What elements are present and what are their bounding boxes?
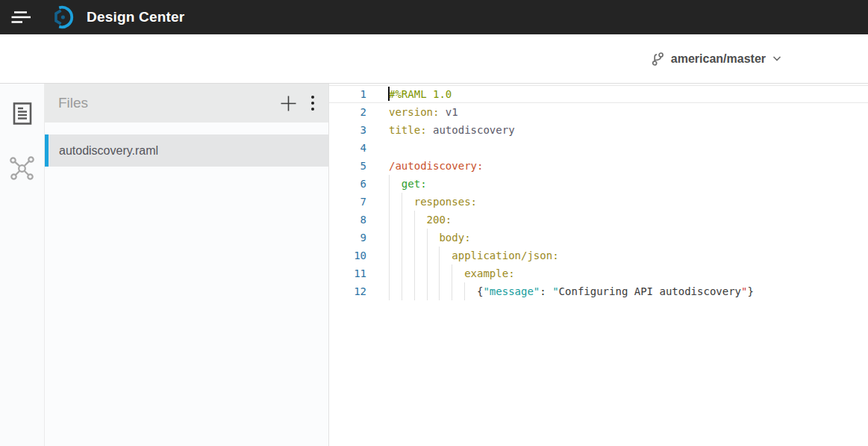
line-number: 8: [329, 211, 366, 229]
top-bar: Design Center: [0, 0, 868, 34]
file-item[interactable]: autodiscovery.raml: [45, 134, 328, 167]
code-text: application/json:: [389, 247, 559, 264]
line-number: 11: [329, 264, 366, 282]
indent-guide: [414, 211, 415, 229]
file-list: autodiscovery.raml: [45, 134, 328, 167]
code-text: get:: [389, 175, 427, 193]
add-file-button[interactable]: [278, 93, 299, 114]
spec-document-icon[interactable]: [10, 100, 34, 127]
indent-guide: [439, 282, 440, 300]
indent-guide: [464, 282, 465, 300]
code-text: /autodiscovery:: [389, 157, 483, 175]
indent-guide: [402, 229, 402, 247]
indent-guide: [402, 247, 402, 264]
code-text: responses:: [389, 193, 477, 211]
code-line[interactable]: 4: [329, 139, 868, 157]
git-branch-icon: [652, 51, 664, 66]
files-panel-header: Files: [45, 84, 328, 123]
code-text: #%RAML 1.0: [389, 85, 452, 103]
code-text: {"message": "Configuring API autodiscove…: [389, 282, 754, 300]
app-title: Design Center: [87, 9, 184, 25]
code-line[interactable]: 11 example:: [329, 264, 868, 282]
code-text: body:: [389, 229, 471, 247]
indent-guide: [389, 264, 390, 282]
indent-guide: [402, 282, 402, 300]
file-name: autodiscovery.raml: [59, 144, 158, 158]
indent-guide: [389, 211, 390, 229]
line-number: 2: [329, 103, 366, 121]
indent-guide: [414, 247, 415, 264]
indent-guide: [414, 264, 415, 282]
code-line[interactable]: 10 application/json:: [329, 247, 868, 264]
indent-guide: [402, 193, 402, 211]
code-text: example:: [389, 264, 515, 282]
line-number: 3: [329, 121, 366, 139]
indent-guide: [452, 264, 452, 282]
line-number: 6: [329, 175, 366, 193]
indent-guide: [389, 193, 390, 211]
code-line[interactable]: 9 body:: [329, 229, 868, 247]
sub-header: american/master: [0, 34, 868, 84]
line-number: 12: [329, 282, 366, 300]
indent-guide: [439, 264, 440, 282]
code-line[interactable]: 3title: autodiscovery: [329, 121, 868, 139]
code-text: 200:: [389, 211, 452, 229]
datagraph-icon[interactable]: [7, 154, 37, 183]
files-panel: Files autodiscovery.raml: [45, 84, 329, 446]
text-cursor: [388, 87, 390, 101]
line-number: 9: [329, 229, 366, 247]
design-center-app: Design Center american/master: [0, 0, 868, 446]
indent-guide: [389, 229, 390, 247]
code-line[interactable]: 1#%RAML 1.0: [329, 85, 868, 103]
code-editor[interactable]: 1#%RAML 1.02version: v13title: autodisco…: [329, 84, 868, 446]
code-text: title: autodiscovery: [389, 121, 515, 139]
main-content: Files autodiscovery.raml 1: [0, 84, 868, 446]
indent-guide: [389, 247, 390, 264]
mulesoft-logo-icon[interactable]: [49, 4, 75, 30]
files-panel-title: Files: [58, 95, 278, 111]
hamburger-menu-icon[interactable]: [9, 7, 33, 28]
indent-guide: [427, 247, 428, 264]
code-line[interactable]: 8 200:: [329, 211, 868, 229]
indent-guide: [414, 282, 415, 300]
chevron-down-icon: [772, 56, 781, 62]
files-kebab-menu-button[interactable]: [309, 93, 316, 113]
code-line[interactable]: 2version: v1: [329, 103, 868, 121]
line-number: 4: [329, 139, 366, 157]
indent-guide: [427, 282, 428, 300]
indent-guide: [402, 211, 402, 229]
code-line[interactable]: 12 {"message": "Configuring API autodisc…: [329, 282, 868, 300]
line-number: 10: [329, 247, 366, 264]
code-text: version: v1: [389, 103, 458, 121]
code-line[interactable]: 5/autodiscovery:: [329, 157, 868, 175]
branch-label: american/master: [671, 52, 766, 66]
indent-guide: [402, 264, 402, 282]
line-number: 5: [329, 157, 366, 175]
branch-selector[interactable]: american/master: [652, 51, 781, 66]
code-line[interactable]: 7 responses:: [329, 193, 868, 211]
indent-guide: [452, 282, 452, 300]
indent-guide: [439, 247, 440, 264]
indent-guide: [427, 264, 428, 282]
indent-guide: [427, 229, 428, 247]
indent-guide: [389, 282, 390, 300]
left-rail: [0, 84, 45, 446]
code-lines: 1#%RAML 1.02version: v13title: autodisco…: [329, 85, 868, 300]
code-line[interactable]: 6 get:: [329, 175, 868, 193]
line-number: 7: [329, 193, 366, 211]
indent-guide: [414, 229, 415, 247]
indent-guide: [389, 175, 390, 193]
line-number: 1: [329, 85, 366, 103]
